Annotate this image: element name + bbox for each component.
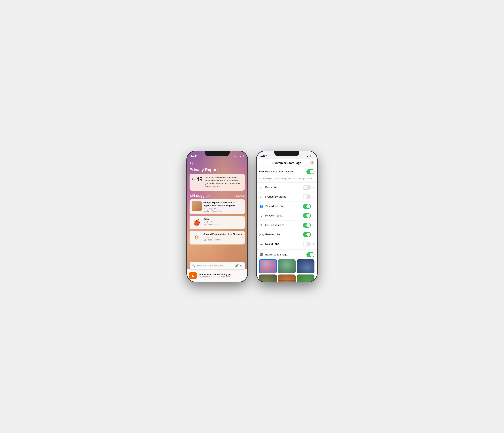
bookmark-small-icon-2: 📖 bbox=[203, 239, 206, 241]
suggestion-url-3: google.co.uk bbox=[203, 236, 243, 238]
suggestion-thumb-3: G bbox=[192, 233, 202, 243]
tracker-number: 49 bbox=[196, 176, 203, 183]
reading-list-row[interactable]: ◎◎ Reading List ≡ bbox=[257, 230, 317, 239]
frequently-visited-row[interactable]: ⏱ Frequently Visited ≡ bbox=[257, 192, 317, 202]
bg-image-grid: ✕ bbox=[259, 259, 315, 282]
reading-list-small-icon: ◎◎ bbox=[203, 210, 207, 212]
privacy-report-toggle[interactable] bbox=[303, 213, 311, 218]
privacy-report-row-label: Privacy Report bbox=[265, 214, 301, 217]
phone1-content: 11:24 ●●●● ▲ ▮ Privacy Report bbox=[187, 151, 247, 282]
siri-suggestions-row[interactable]: ◎ Siri Suggestions ≡ bbox=[257, 221, 317, 230]
sync-label: Use Start Page on All Devices bbox=[259, 170, 305, 173]
suggestion-source-3: 📖 From Bookmarks bbox=[203, 239, 243, 241]
status-time-2: 12:07 bbox=[260, 154, 267, 157]
icloud-tabs-row[interactable]: ☁ iCloud Tabs ≡ bbox=[257, 239, 317, 249]
divider-1 bbox=[257, 181, 317, 183]
wifi-icon: ▲ bbox=[240, 155, 242, 157]
suggestion-source-1: ◎◎ From Reading List bbox=[203, 210, 243, 212]
clock-icon: ⏱ bbox=[259, 195, 263, 199]
apple-logo-icon: 🍎 bbox=[193, 219, 200, 226]
icloud-tabs-toggle[interactable] bbox=[303, 242, 311, 246]
bg-thumb-1[interactable]: ✕ bbox=[259, 259, 277, 273]
bottom-suggestion-url: etsy.com/uk/listing/...shop_home_recs_2 bbox=[198, 276, 232, 278]
reading-list-toggle[interactable] bbox=[303, 232, 311, 237]
drag-handle-5[interactable]: ≡ bbox=[313, 224, 315, 227]
shared-with-you-row[interactable]: 👥 Shared with You ≡ bbox=[257, 202, 317, 211]
bg-thumb-3[interactable] bbox=[297, 259, 315, 273]
search-icon: 🔍 bbox=[192, 264, 195, 267]
drag-handle-3[interactable]: ≡ bbox=[313, 205, 315, 208]
frequently-visited-toggle[interactable] bbox=[303, 194, 311, 199]
suggestion-title-1: Google Explores Alternative to Apple's N… bbox=[203, 201, 243, 207]
close-button[interactable]: ✕ bbox=[310, 161, 315, 165]
status-bar: 11:24 ●●●● ▲ ▮ bbox=[187, 151, 247, 159]
privacy-report-row[interactable]: 🛡 Privacy Report ≡ bbox=[257, 211, 317, 221]
shared-with-you-label: Shared with You bbox=[265, 205, 301, 208]
suggestion-title-2: Apple bbox=[203, 217, 243, 220]
show-all-button[interactable]: Show All › bbox=[235, 195, 245, 197]
status-time: 11:24 bbox=[191, 154, 197, 157]
icloud-tabs-label: iCloud Tabs bbox=[265, 243, 301, 246]
shield-row-icon: 🛡 bbox=[259, 214, 263, 217]
tabs-icon[interactable]: ⧉ bbox=[240, 264, 243, 268]
bottom-suggestion-info: cabinet Hand painted Living | E... etsy.… bbox=[198, 273, 232, 278]
suggestion-item-2[interactable]: 🍎 Apple apple.com 📖 From Bookmarks bbox=[189, 216, 245, 229]
bg-thumb-5[interactable] bbox=[278, 274, 296, 282]
privacy-report-section: Privacy Report 🛡 49 In the last seven da… bbox=[187, 167, 247, 192]
favourites-row[interactable]: ☆ Favourites ≡ bbox=[257, 183, 317, 192]
suggestion-item-1[interactable]: Google Explores Alternative to Apple's N… bbox=[189, 199, 245, 214]
signal-icon-2: ●●●● bbox=[301, 155, 306, 157]
bg-thumb-2[interactable] bbox=[278, 259, 296, 273]
bg-toggle[interactable] bbox=[306, 252, 315, 257]
bg-preview-2 bbox=[278, 259, 296, 273]
drag-handle-7[interactable]: ≡ bbox=[313, 243, 315, 246]
home-indicator bbox=[208, 280, 226, 280]
search-input[interactable]: Search or enter website bbox=[197, 264, 233, 267]
siri-icon: ◎ bbox=[259, 224, 263, 227]
sync-toggle[interactable] bbox=[306, 169, 315, 174]
cloud-icon: ☁ bbox=[259, 242, 263, 246]
home-indicator-2 bbox=[278, 280, 296, 280]
sheet-title: Customise Start Page bbox=[272, 162, 301, 165]
siri-suggestions-section: Siri Suggestions Show All › Google Explo… bbox=[187, 192, 247, 244]
suggestion-source-2: 📖 From Bookmarks bbox=[203, 224, 243, 226]
drag-handle-2[interactable]: ≡ bbox=[313, 195, 315, 198]
sync-sublabel: Safari will sync your Start Page appeara… bbox=[257, 177, 317, 181]
suggestion-item-3[interactable]: G Support Page updates - last 24 hours g… bbox=[189, 231, 245, 244]
suggestion-thumb-1 bbox=[192, 201, 202, 211]
favourites-label: Favourites bbox=[265, 186, 301, 189]
reading-list-icon[interactable] bbox=[187, 160, 247, 167]
bottom-suggestion-title: cabinet Hand painted Living | E... bbox=[198, 273, 232, 276]
drag-handle-4[interactable]: ≡ bbox=[313, 214, 315, 217]
signal-icon: ●●●● bbox=[234, 155, 239, 157]
drag-handle-6[interactable]: ≡ bbox=[313, 233, 315, 236]
siri-section-title: Siri Suggestions bbox=[189, 194, 216, 198]
image-icon: 🖼 bbox=[259, 253, 263, 257]
bg-preview-1 bbox=[260, 260, 276, 273]
suggestion-info-3: Support Page updates - last 24 hours goo… bbox=[203, 233, 243, 241]
chevron-right-icon: › bbox=[244, 195, 245, 197]
background-image-section: 🖼 Background Image ✕ bbox=[257, 249, 317, 282]
etsy-logo: ε bbox=[189, 272, 197, 279]
siri-suggestions-toggle[interactable] bbox=[303, 223, 311, 228]
bg-thumb-4[interactable] bbox=[259, 274, 277, 282]
sync-toggle-row[interactable]: Use Start Page on All Devices bbox=[257, 167, 317, 177]
suggestion-thumb-2: 🍎 bbox=[192, 217, 202, 227]
status-icons-2: ●●●● ▲ ▮⚡ bbox=[301, 155, 313, 157]
google-logo-icon: G bbox=[195, 235, 199, 241]
shared-with-you-toggle[interactable] bbox=[303, 204, 311, 209]
favourites-toggle[interactable] bbox=[303, 185, 311, 190]
bg-thumb-6[interactable] bbox=[297, 274, 315, 282]
phone1-screen: 11:24 ●●●● ▲ ▮ Privacy Report bbox=[187, 151, 247, 282]
phone2-content: 12:07 ●●●● ▲ ▮⚡ Customise Start Page ✕ U… bbox=[257, 151, 317, 282]
wifi-icon-2: ▲ bbox=[307, 155, 309, 157]
frequently-visited-label: Frequently Visited bbox=[265, 195, 301, 198]
sheet-modal[interactable]: Customise Start Page ✕ Use Start Page on… bbox=[257, 159, 317, 282]
status-bar-2: 12:07 ●●●● ▲ ▮⚡ bbox=[257, 151, 317, 159]
drag-handle-1[interactable]: ≡ bbox=[313, 186, 315, 189]
reading-list-row-icon: ◎◎ bbox=[259, 233, 263, 236]
reading-list-row-label: Reading List bbox=[265, 233, 301, 236]
privacy-card[interactable]: 🛡 49 In the last seven days, Safari has … bbox=[189, 174, 245, 191]
search-bar[interactable]: 🔍 Search or enter website 🎤 ⧉ bbox=[189, 262, 245, 269]
microphone-icon[interactable]: 🎤 bbox=[235, 264, 239, 268]
